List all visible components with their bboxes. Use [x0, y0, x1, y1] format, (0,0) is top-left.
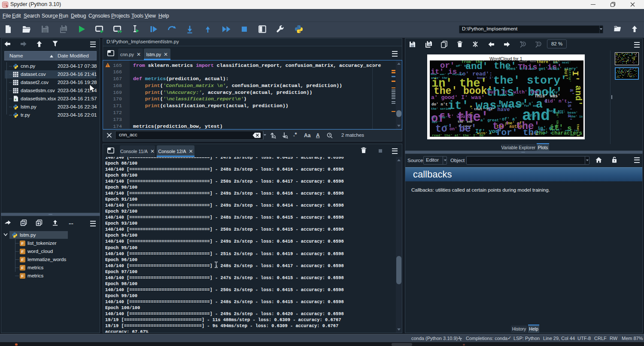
- svg-text:!: !: [107, 63, 108, 67]
- svg-text:s: s: [6, 4, 8, 7]
